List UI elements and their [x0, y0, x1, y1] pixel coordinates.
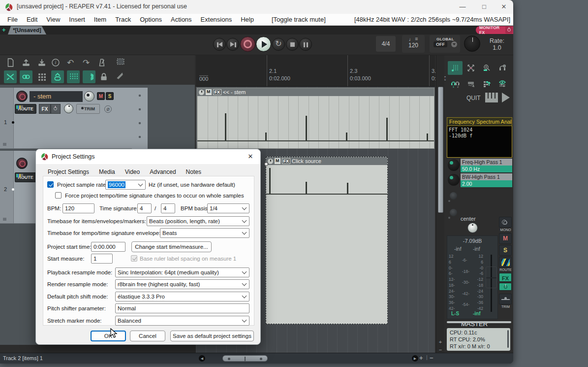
track1-pan-knob[interactable] — [84, 91, 94, 101]
playrate-knob[interactable] — [464, 35, 480, 52]
minimize-button[interactable]: — — [455, 2, 470, 12]
item-fx-button[interactable]: FX — [213, 89, 222, 95]
menu-item[interactable]: Options — [135, 16, 166, 23]
quit-button[interactable]: QUIT — [466, 95, 481, 101]
force-tempo-checkbox[interactable] — [55, 192, 62, 199]
master-route-button[interactable] — [499, 257, 512, 267]
time-sig-denominator-input[interactable] — [161, 203, 175, 213]
menu-item[interactable]: File — [3, 16, 22, 23]
rate-value[interactable]: 1.0 — [484, 44, 510, 51]
cancel-button[interactable]: Cancel — [130, 331, 165, 341]
go-to-start-button[interactable] — [213, 38, 226, 51]
vertical-zoom-out2-button[interactable]: − — [436, 347, 444, 353]
menu-item[interactable]: Help — [236, 16, 258, 23]
horizontal-scrollbar-thumb[interactable] — [222, 355, 268, 362]
bw-knob[interactable] — [448, 174, 460, 186]
save-default-button[interactable]: Save as default project settings — [170, 331, 254, 341]
menu-item[interactable]: [Toggle track mute] — [267, 16, 330, 23]
track1-fx-button[interactable]: FX — [39, 104, 51, 114]
track1-record-arm-button[interactable] — [16, 91, 28, 102]
pitch-param-input[interactable] — [115, 303, 249, 313]
spare-knob-1[interactable] — [450, 192, 457, 200]
save-project-icon[interactable] — [35, 56, 48, 69]
track1-name[interactable]: - stem — [30, 91, 83, 102]
track1-phase-button[interactable]: ø — [104, 105, 112, 113]
scroll-right-button[interactable]: ▶ — [412, 355, 418, 362]
sample-rate-combo[interactable]: 96000 — [105, 180, 146, 190]
project-settings-icon[interactable]: i — [49, 56, 62, 69]
auto-crossfade-icon[interactable] — [4, 70, 17, 83]
ok-button[interactable]: OK — [91, 331, 126, 341]
perf-scrollbar[interactable] — [507, 330, 509, 348]
time-sig-numerator-input[interactable] — [137, 203, 152, 213]
headphones-12-icon[interactable]: 12 — [448, 77, 463, 91]
master-pan-knob[interactable] — [467, 223, 478, 233]
grid-visible-icon[interactable] — [448, 61, 463, 75]
track1-folder-icon[interactable] — [3, 143, 6, 146]
timebase-items-combo[interactable]: Beats (position, length, rate) — [147, 216, 249, 226]
bpm-input[interactable] — [62, 203, 94, 213]
razor-edit-icon[interactable] — [113, 69, 126, 82]
show-envelopes-icon[interactable] — [495, 77, 510, 91]
track1-panel[interactable]: 1 - stem M S ROUTE FX TRIM ø — [0, 88, 132, 149]
track1-mute-button[interactable]: M — [97, 92, 105, 100]
item-clock-icon[interactable] — [199, 90, 204, 95]
track1-fx-bypass-button[interactable] — [51, 104, 61, 114]
item-fx-button[interactable]: FX — [282, 158, 291, 164]
menu-item[interactable]: Extensions — [196, 16, 237, 23]
change-start-time-button[interactable]: Change start time/measure... — [131, 241, 212, 252]
record-button[interactable] — [240, 36, 255, 52]
track1-input-knob[interactable] — [64, 104, 73, 113]
audio-device-status[interactable]: [48kHz 24bit WAV : 2/2ch 256spls ~9.7/24… — [354, 16, 510, 23]
spare-knob-2[interactable] — [450, 209, 457, 216]
media-item-header[interactable]: M FX << - stem — [197, 88, 434, 96]
item-grouping-icon[interactable] — [20, 70, 32, 83]
monitor-fx-power-button[interactable] — [505, 27, 513, 33]
track2-record-arm-button[interactable] — [16, 158, 28, 169]
chevron-down-icon[interactable] — [451, 41, 457, 47]
grid-lines-icon[interactable] — [67, 70, 80, 83]
track2-folder-icon[interactable] — [3, 218, 6, 221]
metronome-icon[interactable] — [95, 56, 108, 69]
dialog-close-button[interactable]: ✕ — [246, 152, 255, 162]
virtual-keyboard-icon[interactable] — [485, 93, 498, 102]
redo-icon[interactable]: ↷ — [80, 56, 93, 69]
zoom-in-icon[interactable] — [479, 61, 494, 75]
tempo-display[interactable]: ♩ = 120 — [402, 35, 425, 53]
start-time-input[interactable] — [91, 242, 125, 252]
bpm-basis-combo[interactable]: 1/4 — [207, 203, 249, 213]
vertical-zoom-out-button[interactable]: − — [436, 208, 444, 214]
rate-display[interactable]: Rate: 1.0 — [484, 37, 510, 51]
item-clock-icon[interactable] — [268, 159, 273, 164]
pitch-mode-combo[interactable]: élastique 3.3.3 Pro — [115, 292, 249, 301]
timeline-ruler[interactable]: 000 2.10:02.000 2.30:03.000 3.10:04.0 — [196, 55, 435, 87]
track1-trim-envelope-button[interactable]: TRIM — [76, 104, 100, 114]
master-channel-strip[interactable]: -7.09dB -inf -inf 1260-6-12-18-24-30-36-… — [447, 235, 498, 319]
bpm-value[interactable]: 120 — [402, 42, 425, 49]
menu-item[interactable]: Edit — [22, 16, 42, 23]
performance-meter[interactable]: CPU: 0.11c RT CPU: 2.0% RT x/r: 0 M x/r:… — [447, 328, 510, 351]
meter-mode[interactable]: L-S — [451, 311, 459, 316]
fx-window-title[interactable]: Frequency Spectrum Anal — [447, 117, 512, 126]
monitor-info-icon[interactable]: i — [495, 61, 510, 75]
stretch-mode-combo[interactable]: Balanced — [115, 316, 249, 326]
item-mute-button[interactable]: M — [206, 89, 212, 95]
render-resample-combo[interactable]: r8brain free (highest quality, fast) — [115, 279, 249, 289]
media-item-header[interactable]: M FX Click source — [266, 157, 387, 165]
waveform-arrow-icon[interactable] — [464, 77, 478, 91]
param-value[interactable]: 2.00 — [461, 180, 512, 187]
media-item-click-source[interactable]: M FX Click source — [266, 157, 388, 324]
stop-button[interactable] — [286, 38, 299, 51]
timebase-tempo-combo[interactable]: Beats — [160, 228, 249, 238]
menu-item[interactable]: Insert — [64, 16, 90, 23]
item-selection-handle[interactable] — [264, 162, 268, 166]
playback-resample-combo[interactable]: Sinc Interpolation: 64pt (medium quality… — [115, 267, 249, 277]
vertical-scrollbar-thumb[interactable] — [438, 87, 443, 213]
media-item-stem[interactable]: M FX << - stem — [197, 88, 434, 149]
start-measure-input[interactable] — [91, 254, 113, 264]
track1-solo-button[interactable]: S — [106, 92, 114, 100]
item-mute-button[interactable]: M — [275, 158, 280, 164]
play-region-icon[interactable] — [502, 93, 510, 102]
snap-magnet-icon[interactable] — [83, 70, 95, 83]
title-bar[interactable]: [unsaved project] - REAPER v7.41 - Licen… — [0, 0, 513, 14]
